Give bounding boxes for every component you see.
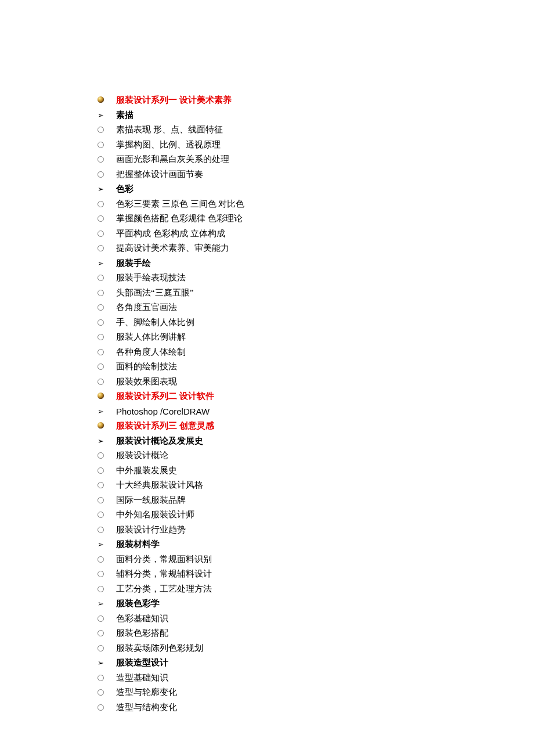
list-item: 服装设计系列二 设计软件 [98, 389, 534, 404]
sphere-bullet-icon [98, 393, 104, 399]
list-item-text: 国际一线服装品牌 [116, 493, 534, 508]
list-item: 各种角度人体绘制 [98, 345, 534, 360]
list-item: 各角度五官画法 [98, 300, 534, 315]
list-item: ➢素描 [98, 108, 534, 123]
list-item: 国际一线服装品牌 [98, 493, 534, 508]
list-item-text: 服装设计概论 [116, 448, 534, 463]
outline-list: 服装设计系列一 设计美术素养➢素描素描表现 形、点、线面特征掌握构图、比例、透视… [98, 93, 534, 715]
circle-bullet-icon [98, 527, 104, 533]
list-item-text: 画面光影和黑白灰关系的处理 [116, 152, 534, 167]
list-item: 素描表现 形、点、线面特征 [98, 123, 534, 138]
list-item-text: 中外服装发展史 [116, 463, 534, 478]
arrow-bullet-icon: ➢ [98, 404, 104, 415]
list-item: ➢服装色彩学 [98, 596, 534, 611]
list-item: 服装效果图表现 [98, 375, 534, 390]
list-item: ➢服装造型设计 [98, 656, 534, 671]
list-item: 把握整体设计画面节奏 [98, 167, 534, 182]
arrow-bullet-icon: ➢ [98, 182, 104, 193]
list-item: 造型基础知识 [98, 671, 534, 686]
list-item: 色彩三要素 三原色 三间色 对比色 [98, 197, 534, 212]
list-item: 服装卖场陈列色彩规划 [98, 641, 534, 656]
list-item: 服装设计概论 [98, 448, 534, 463]
list-item: ➢服装材料学 [98, 537, 534, 552]
list-item: 平面构成 色彩构成 立体构成 [98, 226, 534, 242]
circle-bullet-icon [98, 379, 104, 385]
circle-bullet-icon [98, 349, 104, 355]
list-item-text: 色彩三要素 三原色 三间色 对比色 [116, 197, 534, 212]
sphere-bullet-icon [98, 422, 104, 429]
circle-bullet-icon [98, 704, 104, 711]
list-item: 提高设计美术素养、审美能力 [98, 241, 534, 256]
circle-bullet-icon [98, 630, 104, 636]
circle-bullet-icon [98, 231, 104, 237]
list-item-text: 服装设计行业趋势 [116, 523, 534, 538]
list-item-text: 服装效果图表现 [116, 375, 534, 390]
list-item-text: 服装设计概论及发展史 [116, 434, 534, 449]
list-item-text: 各角度五官画法 [116, 300, 534, 315]
list-item-text: 平面构成 色彩构成 立体构成 [116, 226, 534, 242]
list-item: 画面光影和黑白灰关系的处理 [98, 152, 534, 167]
list-item: 辅料分类，常规辅料设计 [98, 567, 534, 582]
arrow-bullet-icon: ➢ [98, 434, 104, 445]
list-item-text: 服装设计系列三 创意灵感 [116, 419, 534, 434]
list-item: 服装人体比例讲解 [98, 330, 534, 345]
list-item-text: 中外知名服装设计师 [116, 507, 534, 523]
circle-bullet-icon [98, 675, 104, 681]
circle-bullet-icon [98, 363, 104, 370]
list-item-text: 掌握颜色搭配 色彩规律 色彩理论 [116, 211, 534, 226]
list-item-text: 服装手绘 [116, 256, 534, 271]
list-item: 手、脚绘制人体比例 [98, 315, 534, 330]
circle-bullet-icon [98, 452, 104, 459]
circle-bullet-icon [98, 127, 104, 133]
list-item-text: 辅料分类，常规辅料设计 [116, 567, 534, 582]
list-item: 造型与结构变化 [98, 700, 534, 715]
circle-bullet-icon [98, 615, 104, 622]
list-item: ➢服装设计概论及发展史 [98, 434, 534, 449]
list-item-text: 色彩基础知识 [116, 611, 534, 627]
list-item-text: 色彩 [116, 182, 534, 197]
list-item-text: 服装人体比例讲解 [116, 330, 534, 345]
list-item: 服装设计行业趋势 [98, 523, 534, 538]
arrow-bullet-icon: ➢ [98, 537, 104, 548]
circle-bullet-icon [98, 556, 104, 563]
list-item-text: 服装设计系列一 设计美术素养 [116, 93, 534, 108]
list-item: 掌握构图、比例、透视原理 [98, 138, 534, 153]
list-item-text: 服装卖场陈列色彩规划 [116, 641, 534, 656]
list-item: 服装设计系列三 创意灵感 [98, 419, 534, 434]
circle-bullet-icon [98, 334, 104, 340]
circle-bullet-icon [98, 215, 104, 222]
circle-bullet-icon [98, 497, 104, 503]
list-item-text: 服装色彩搭配 [116, 626, 534, 641]
list-item: ➢服装手绘 [98, 256, 534, 271]
list-item: 十大经典服装设计风格 [98, 478, 534, 493]
list-item: 服装手绘表现技法 [98, 271, 534, 286]
circle-bullet-icon [98, 171, 104, 178]
list-item-text: 头部画法“三庭五眼” [116, 286, 534, 301]
list-item: 面料分类，常规面料识别 [98, 552, 534, 567]
list-item: ➢色彩 [98, 182, 534, 197]
list-item-text: 造型与结构变化 [116, 700, 534, 715]
list-item-text: 素描表现 形、点、线面特征 [116, 123, 534, 138]
list-item-text: 服装造型设计 [116, 656, 534, 671]
arrow-bullet-icon: ➢ [98, 108, 104, 119]
arrow-bullet-icon: ➢ [98, 256, 104, 267]
list-item-text: 十大经典服装设计风格 [116, 478, 534, 493]
list-item-text: 服装材料学 [116, 537, 534, 552]
circle-bullet-icon [98, 142, 104, 148]
list-item: ➢Photoshop /CorelDRAW [98, 404, 534, 419]
list-item: 色彩基础知识 [98, 611, 534, 627]
circle-bullet-icon [98, 245, 104, 251]
list-item: 中外知名服装设计师 [98, 507, 534, 523]
list-item-text: 手、脚绘制人体比例 [116, 315, 534, 330]
list-item: 工艺分类，工艺处理方法 [98, 582, 534, 597]
list-item-text: 服装设计系列二 设计软件 [116, 389, 534, 404]
circle-bullet-icon [98, 689, 104, 696]
list-item-text: 提高设计美术素养、审美能力 [116, 241, 534, 256]
list-item-text: 服装色彩学 [116, 596, 534, 611]
list-item-text: 造型与轮廓变化 [116, 685, 534, 700]
list-item-text: 把握整体设计画面节奏 [116, 167, 534, 182]
list-item-text: 面料分类，常规面料识别 [116, 552, 534, 567]
circle-bullet-icon [98, 319, 104, 326]
list-item: 头部画法“三庭五眼” [98, 286, 534, 301]
list-item-text: Photoshop /CorelDRAW [116, 404, 534, 419]
